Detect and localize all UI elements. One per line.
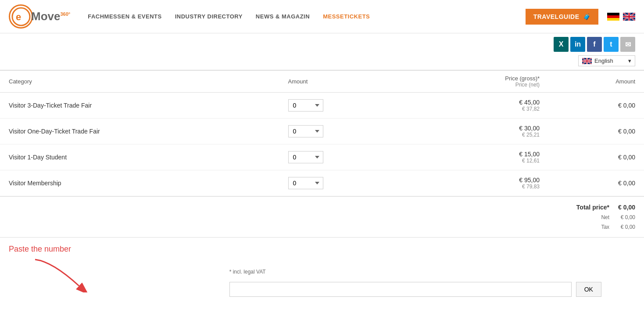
svg-text:e: e [16, 11, 21, 22]
totals-values: € 0,00 € 0,00 € 0,00 [618, 202, 635, 232]
svg-rect-2 [607, 13, 619, 15]
travelguide-label: TRAVELGUIDE [533, 13, 580, 20]
row-total: € 0,00 [548, 144, 644, 170]
row-category: Visitor 3-Day-Ticket Trade Fair [0, 93, 279, 119]
linkedin-icon[interactable]: in [570, 37, 585, 52]
language-bar: English ▾ [0, 54, 644, 70]
total-price-label: Total price* [576, 202, 609, 213]
promo-input[interactable] [229, 282, 572, 297]
svg-rect-3 [607, 15, 619, 18]
totals-section: Total price* Net Tax € 0,00 € 0,00 € 0,0… [0, 196, 644, 237]
ok-button[interactable]: OK [576, 282, 601, 297]
totals-labels: Total price* Net Tax [576, 202, 609, 232]
col-category: Category [0, 70, 279, 93]
row-price: € 15,00 € 12,61 [415, 144, 548, 170]
logo-move: Move360° [31, 10, 70, 23]
left-section: Paste the number [9, 245, 212, 297]
nav-industry[interactable]: INDUSTRY DIRECTORY [175, 13, 243, 20]
price-net: € 12,61 [423, 158, 540, 164]
row-price: € 30,00 € 25,21 [415, 119, 548, 144]
language-label: English [594, 58, 613, 64]
price-gross: € 45,00 [423, 99, 540, 106]
net-value: € 0,00 [618, 213, 635, 223]
bottom-area: Paste the number * incl. legal VAT OK [0, 238, 644, 297]
amount-dropdown-1[interactable]: 0 1 2 3 4 5 [288, 125, 323, 137]
tax-value: € 0,00 [618, 223, 635, 232]
amount-dropdown-2[interactable]: 0 1 2 3 4 5 [288, 151, 323, 163]
lang-flag-uk [582, 58, 592, 64]
price-gross: € 15,00 [423, 151, 540, 158]
table-row: Visitor One-Day-Ticket Trade Fair 0 1 2 … [0, 119, 644, 144]
price-net: € 25,21 [423, 132, 540, 138]
price-net: € 79,83 [423, 184, 540, 190]
col-price-gross: Price (gross)* Price (net) [415, 70, 548, 93]
row-category: Visitor Membership [0, 170, 279, 196]
logo-circle: e [9, 4, 33, 29]
language-selector-inner: English [582, 58, 613, 64]
twitter-icon[interactable]: t [604, 37, 619, 52]
ticket-table: Category Amount Price (gross)* Price (ne… [0, 70, 644, 196]
xing-icon[interactable]: X [554, 37, 569, 52]
logo[interactable]: e Move360° [9, 4, 70, 29]
flag-de[interactable] [607, 13, 619, 21]
main-nav: FACHMESSEN & EVENTS INDUSTRY DIRECTORY N… [88, 13, 525, 20]
price-net: € 37,82 [423, 106, 540, 112]
dropdown-arrow: ▾ [628, 58, 631, 64]
row-amount-cell: 0 1 2 3 4 5 [279, 170, 415, 196]
nav-messetickets[interactable]: MESSETICKETS [323, 13, 370, 20]
amount-dropdown-0[interactable]: 0 1 2 3 4 5 [288, 99, 323, 112]
vat-note: * incl. legal VAT [229, 268, 635, 275]
annotation-container: Paste the number [9, 245, 212, 292]
annotation-text: Paste the number [9, 245, 212, 254]
flag-uk[interactable] [623, 13, 635, 21]
table-header: Category Amount Price (gross)* Price (ne… [0, 70, 644, 93]
net-label: Net [576, 213, 609, 223]
right-section: * incl. legal VAT OK [229, 245, 635, 297]
row-total: € 0,00 [548, 119, 644, 144]
header: e Move360° FACHMESSEN & EVENTS INDUSTRY … [0, 0, 644, 33]
table-row: Visitor 3-Day-Ticket Trade Fair 0 1 2 3 … [0, 93, 644, 119]
total-price-value: € 0,00 [618, 202, 635, 213]
amount-dropdown-3[interactable]: 0 1 2 3 4 5 [288, 177, 323, 189]
col-amount2: Amount [548, 70, 644, 93]
facebook-icon[interactable]: f [587, 37, 602, 52]
social-bar: X in f t ✉ [0, 33, 644, 54]
row-category: Visitor One-Day-Ticket Trade Fair [0, 119, 279, 144]
row-amount-cell: 0 1 2 3 4 5 [279, 144, 415, 170]
row-price: € 95,00 € 79,83 [415, 170, 548, 196]
row-price: € 45,00 € 37,82 [415, 93, 548, 119]
tax-label: Tax [576, 223, 609, 232]
table-row: Visitor Membership 0 1 2 3 4 5 € 95,00 €… [0, 170, 644, 196]
svg-rect-4 [607, 18, 619, 21]
row-total: € 0,00 [548, 170, 644, 196]
language-selector[interactable]: English ▾ [578, 55, 635, 66]
row-category: Visitor 1-Day Student [0, 144, 279, 170]
row-amount-cell: 0 1 2 3 4 5 [279, 93, 415, 119]
payment-logos: PayPal 🏦 ●● SecureCode Verified by VISA … [0, 304, 644, 310]
travelguide-icon: 🧳 [583, 13, 591, 20]
col-amount: Amount [279, 70, 415, 93]
row-total: € 0,00 [548, 93, 644, 119]
language-flags [607, 13, 635, 21]
mail-icon[interactable]: ✉ [620, 37, 635, 52]
promo-area: OK [229, 282, 635, 297]
price-gross: € 30,00 [423, 125, 540, 132]
price-gross: € 95,00 [423, 177, 540, 184]
nav-news[interactable]: NEWS & MAGAZIN [256, 13, 310, 20]
nav-fachmessen[interactable]: FACHMESSEN & EVENTS [88, 13, 161, 20]
row-amount-cell: 0 1 2 3 4 5 [279, 119, 415, 144]
annotation-arrow [9, 257, 105, 292]
travelguide-button[interactable]: TRAVELGUIDE 🧳 [526, 9, 598, 25]
table-row: Visitor 1-Day Student 0 1 2 3 4 5 € 15,0… [0, 144, 644, 170]
